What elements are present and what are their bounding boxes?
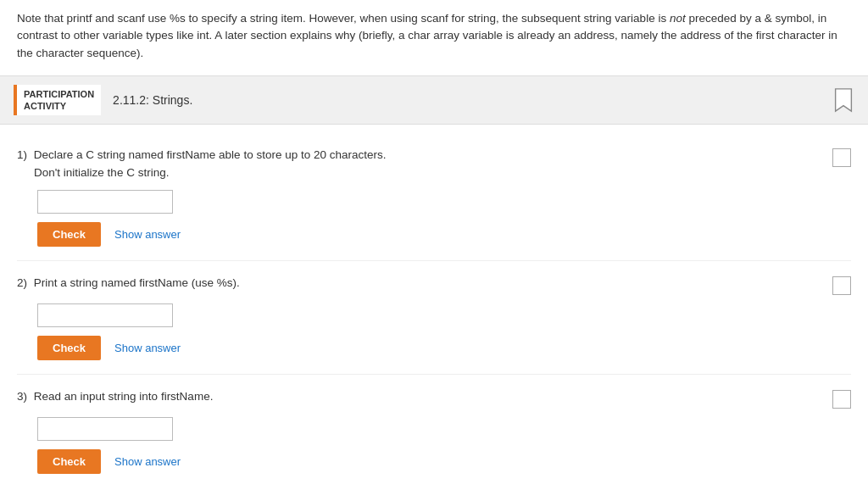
page-wrapper: Note that printf and scanf use %s to spe… bbox=[0, 0, 868, 501]
question-text-1: 1) Declare a C string named firstName ab… bbox=[17, 147, 824, 181]
bookmark-icon bbox=[832, 87, 854, 113]
question-main-text-3: Read an input string into firstName. bbox=[34, 390, 214, 403]
activity-header: PARTICIPATION ACTIVITY 2.11.2: Strings. bbox=[0, 75, 868, 125]
question-input-row-1 bbox=[37, 190, 851, 214]
question-block-3: 3) Read an input string into firstName. … bbox=[17, 375, 851, 487]
question-text-2: 2) Print a string named firstName (use %… bbox=[17, 275, 824, 292]
answer-input-3[interactable] bbox=[37, 417, 173, 441]
question-subtext-1: Don't initialize the C string. bbox=[34, 166, 169, 179]
show-answer-button-1[interactable]: Show answer bbox=[114, 228, 181, 241]
action-row-3: Check Show answer bbox=[37, 449, 851, 474]
check-button-3[interactable]: Check bbox=[37, 449, 101, 474]
question-number-3: 3) bbox=[17, 390, 27, 403]
action-row-1: Check Show answer bbox=[37, 222, 851, 247]
answer-input-1[interactable] bbox=[37, 190, 173, 214]
intro-text-before: Note that printf and scanf use %s to spe… bbox=[17, 12, 670, 25]
question-number-2: 2) bbox=[17, 276, 27, 289]
question-checkbox-2 bbox=[832, 276, 851, 295]
question-main-text-1: Declare a C string named firstName able … bbox=[34, 148, 387, 161]
question-row-2: 2) Print a string named firstName (use %… bbox=[17, 275, 851, 295]
participation-label-text: PARTICIPATION ACTIVITY bbox=[24, 89, 94, 111]
question-number-1: 1) bbox=[17, 148, 27, 161]
question-row-3: 3) Read an input string into firstName. bbox=[17, 388, 851, 409]
check-button-2[interactable]: Check bbox=[37, 336, 101, 360]
answer-input-2[interactable] bbox=[37, 303, 173, 327]
intro-text-emphasis: not bbox=[670, 12, 686, 25]
question-row-1: 1) Declare a C string named firstName ab… bbox=[17, 147, 851, 181]
action-row-2: Check Show answer bbox=[37, 336, 851, 360]
check-button-1[interactable]: Check bbox=[37, 222, 101, 247]
question-text-3: 3) Read an input string into firstName. bbox=[17, 388, 824, 405]
participation-label: PARTICIPATION ACTIVITY bbox=[14, 85, 101, 116]
activity-title: 2.11.2: Strings. bbox=[113, 93, 192, 107]
question-block-2: 2) Print a string named firstName (use %… bbox=[17, 261, 851, 375]
question-checkbox-3 bbox=[832, 390, 851, 409]
question-input-row-2 bbox=[37, 303, 851, 327]
question-block-1: 1) Declare a C string named firstName ab… bbox=[17, 133, 851, 261]
question-input-row-3 bbox=[37, 417, 851, 441]
questions-container: 1) Declare a C string named firstName ab… bbox=[0, 125, 868, 501]
show-answer-button-2[interactable]: Show answer bbox=[114, 342, 181, 354]
intro-text: Note that printf and scanf use %s to spe… bbox=[0, 0, 868, 75]
question-checkbox-1 bbox=[832, 148, 851, 167]
show-answer-button-3[interactable]: Show answer bbox=[114, 455, 181, 468]
question-main-text-2: Print a string named firstName (use %s). bbox=[34, 276, 240, 289]
